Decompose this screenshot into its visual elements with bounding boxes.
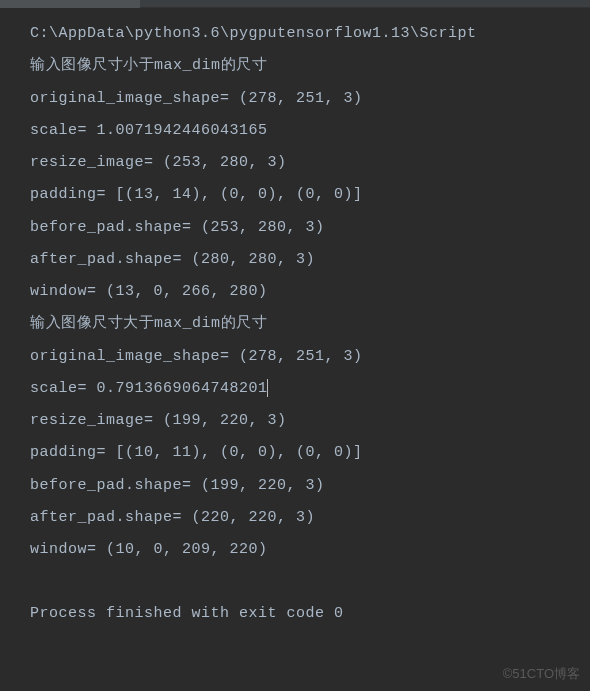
console-line: after_pad.shape= (220, 220, 3) [30, 502, 590, 534]
console-line: after_pad.shape= (280, 280, 3) [30, 244, 590, 276]
active-tab-indicator [0, 0, 140, 8]
console-line: resize_image= (199, 220, 3) [30, 405, 590, 437]
console-line: Process finished with exit code 0 [30, 598, 590, 630]
console-line: scale= 0.7913669064748201 [30, 373, 590, 405]
editor-tab-bar [0, 0, 590, 8]
console-line: original_image_shape= (278, 251, 3) [30, 341, 590, 373]
console-line: original_image_shape= (278, 251, 3) [30, 83, 590, 115]
console-output[interactable]: C:\AppData\python3.6\pygputensorflow1.13… [0, 8, 590, 631]
console-line: 输入图像尺寸大于max_dim的尺寸 [30, 308, 590, 340]
console-line: window= (10, 0, 209, 220) [30, 534, 590, 566]
console-line: padding= [(10, 11), (0, 0), (0, 0)] [30, 437, 590, 469]
console-line: 输入图像尺寸小于max_dim的尺寸 [30, 50, 590, 82]
console-line: padding= [(13, 14), (0, 0), (0, 0)] [30, 179, 590, 211]
console-line: scale= 1.0071942446043165 [30, 115, 590, 147]
console-line: resize_image= (253, 280, 3) [30, 147, 590, 179]
console-line: C:\AppData\python3.6\pygputensorflow1.13… [30, 18, 590, 50]
console-line: window= (13, 0, 266, 280) [30, 276, 590, 308]
console-line: before_pad.shape= (199, 220, 3) [30, 470, 590, 502]
watermark: ©51CTO博客 [503, 665, 580, 683]
console-line: before_pad.shape= (253, 280, 3) [30, 212, 590, 244]
console-line [30, 566, 590, 598]
text-cursor [267, 379, 268, 397]
